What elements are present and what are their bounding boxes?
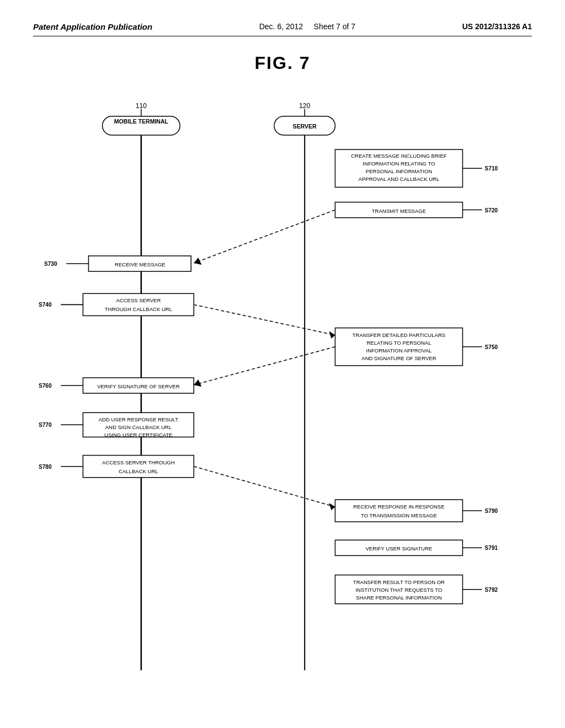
publication-title: Patent Application Publication <box>33 22 152 31</box>
svg-marker-57 <box>329 503 335 510</box>
patent-number: US 2012/311326 A1 <box>462 22 532 31</box>
svg-text:SHARE PERSONAL INFORMATION: SHARE PERSONAL INFORMATION <box>356 595 442 601</box>
publication-date: Dec. 6, 2012 <box>259 22 303 31</box>
svg-text:S790: S790 <box>485 508 498 514</box>
svg-text:S710: S710 <box>485 165 498 172</box>
svg-marker-20 <box>194 258 201 265</box>
svg-text:ACCESS SERVER THROUGH: ACCESS SERVER THROUGH <box>102 459 175 465</box>
svg-text:SERVER: SERVER <box>293 123 317 130</box>
header: Patent Application Publication Dec. 6, 2… <box>33 22 532 36</box>
svg-text:S780: S780 <box>39 464 52 470</box>
svg-text:S791: S791 <box>485 545 498 551</box>
svg-text:APPROVAL AND CALLBACK URL: APPROVAL AND CALLBACK URL <box>359 176 440 182</box>
svg-text:S792: S792 <box>485 587 498 593</box>
header-center: Dec. 6, 2012 Sheet 7 of 7 <box>259 22 355 31</box>
svg-text:VERIFY SIGNATURE OF SERVER: VERIFY SIGNATURE OF SERVER <box>97 383 179 389</box>
svg-text:INFORMATION APPROVAL: INFORMATION APPROVAL <box>366 347 432 354</box>
svg-text:S770: S770 <box>39 422 52 428</box>
svg-text:THROUGH CALLBACK URL: THROUGH CALLBACK URL <box>105 306 172 312</box>
svg-text:INSTITUTION THAT REQUESTS TO: INSTITUTION THAT REQUESTS TO <box>355 587 442 593</box>
svg-text:S750: S750 <box>485 344 498 350</box>
svg-text:AND SIGNATURE OF SERVER: AND SIGNATURE OF SERVER <box>361 355 436 361</box>
page: Patent Application Publication Dec. 6, 2… <box>0 0 565 728</box>
svg-line-19 <box>194 210 335 263</box>
svg-text:TRANSFER RESULT TO PERSON OR: TRANSFER RESULT TO PERSON OR <box>353 579 445 585</box>
svg-text:CALLBACK URL: CALLBACK URL <box>119 468 158 474</box>
svg-text:TO TRANSMISSION MESSAGE: TO TRANSMISSION MESSAGE <box>361 512 437 518</box>
svg-text:TRANSMIT MESSAGE: TRANSMIT MESSAGE <box>372 208 426 214</box>
svg-text:RECEIVE RESPONSE IN RESPONSE: RECEIVE RESPONSE IN RESPONSE <box>353 504 444 510</box>
svg-text:VERIFY USER SIGNATURE: VERIFY USER SIGNATURE <box>365 545 432 552</box>
svg-text:RELATING TO PERSONAL: RELATING TO PERSONAL <box>366 340 431 346</box>
diagram: 110 MOBILE TERMINAL 120 SERVER CREATE ME… <box>33 84 532 680</box>
svg-text:ACCESS SERVER: ACCESS SERVER <box>116 297 161 303</box>
svg-text:S740: S740 <box>39 302 52 308</box>
sheet-info: Sheet 7 of 7 <box>314 22 356 31</box>
svg-text:S760: S760 <box>39 383 52 389</box>
svg-text:INFORMATION RELATING TO: INFORMATION RELATING TO <box>363 160 435 167</box>
svg-text:S720: S720 <box>485 207 498 213</box>
svg-text:RECEIVE MESSAGE: RECEIVE MESSAGE <box>115 261 166 267</box>
svg-text:PERSONAL INFORMATION: PERSONAL INFORMATION <box>366 168 432 174</box>
svg-text:ADD USER RESPONSE RESULT: ADD USER RESPONSE RESULT <box>99 416 179 422</box>
terminal-label-text: 110 <box>136 102 147 110</box>
diagram-svg: 110 MOBILE TERMINAL 120 SERVER CREATE ME… <box>33 84 532 680</box>
svg-text:TRANSFER DETAILED PARTICULARS: TRANSFER DETAILED PARTICULARS <box>353 332 445 338</box>
svg-line-30 <box>194 304 335 335</box>
svg-line-39 <box>194 347 335 385</box>
svg-text:MOBILE TERMINAL: MOBILE TERMINAL <box>114 118 169 125</box>
server-label-text: 120 <box>299 102 310 110</box>
svg-text:USING USER CERTIFICATE: USING USER CERTIFICATE <box>104 432 173 438</box>
svg-line-56 <box>194 467 335 507</box>
svg-marker-31 <box>329 331 335 339</box>
figure-title: FIG. 7 <box>33 53 532 73</box>
svg-text:S730: S730 <box>44 261 57 267</box>
svg-text:AND SIGN CALLBACK URL: AND SIGN CALLBACK URL <box>105 424 172 430</box>
svg-text:CREATE MESSAGE INCLUDING BRIEF: CREATE MESSAGE INCLUDING BRIEF <box>351 153 447 159</box>
